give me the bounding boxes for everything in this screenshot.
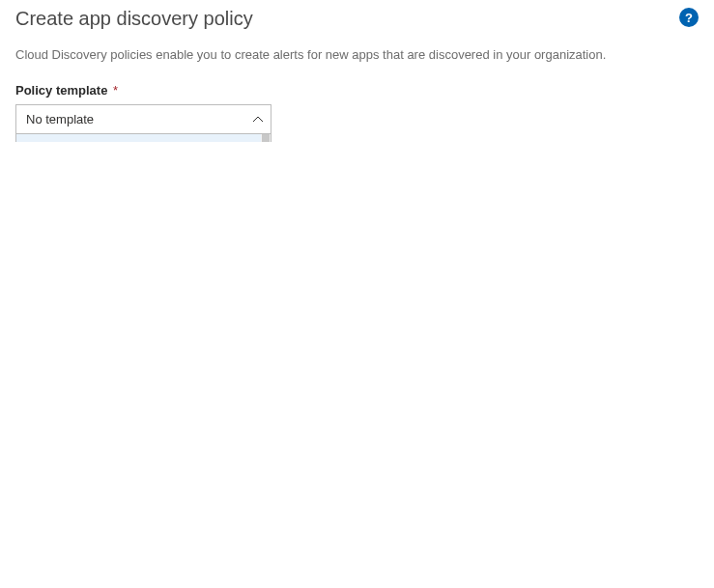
scrollbar[interactable]: [261, 134, 271, 142]
policy-template-label-text: Policy template: [15, 83, 107, 98]
help-button[interactable]: ?: [679, 8, 699, 27]
policy-template-select[interactable]: No template: [15, 104, 271, 134]
page-subtitle: Cloud Discovery policies enable you to c…: [15, 47, 699, 62]
required-mark: *: [113, 83, 118, 98]
policy-template-value: No template: [26, 112, 94, 126]
page-title: Create app discovery policy: [15, 8, 699, 30]
dropdown-option[interactable]: No template: [16, 134, 261, 142]
help-icon: ?: [685, 11, 693, 25]
chevron-up-icon: [253, 117, 263, 123]
policy-template-label: Policy template *: [15, 83, 699, 98]
policy-template-dropdown: No templateNew popular appNew high volum…: [15, 134, 271, 142]
scrollbar-thumb[interactable]: [262, 134, 270, 142]
